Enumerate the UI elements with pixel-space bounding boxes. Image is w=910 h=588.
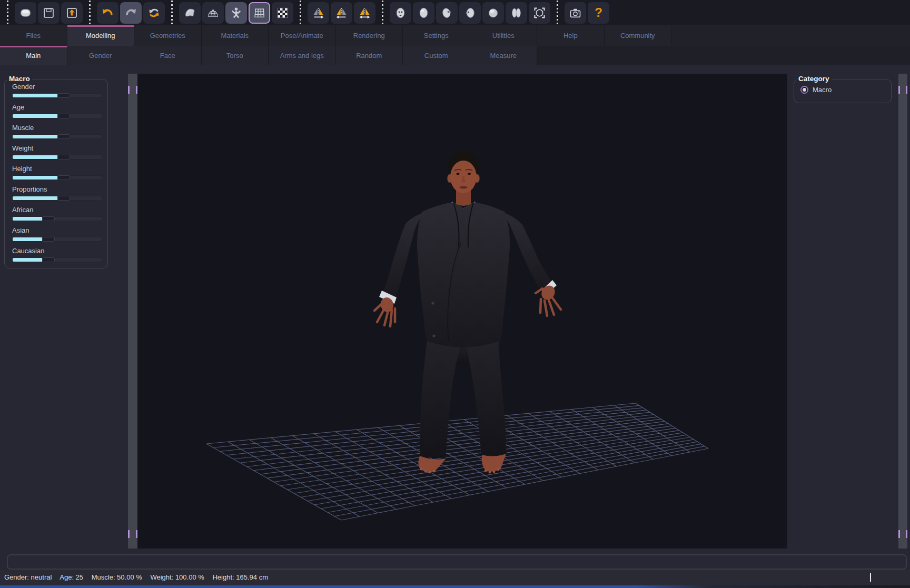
slider-row-gender: Gender	[12, 83, 102, 98]
view-focus-button[interactable]	[529, 2, 550, 24]
radio-label: Macro	[813, 86, 832, 94]
view-side-by-side-button[interactable]	[506, 2, 527, 24]
slider-fill	[13, 176, 57, 180]
grab-screenshot-button[interactable]	[565, 2, 586, 24]
proportions-slider[interactable]	[12, 196, 102, 201]
symmetry-right-button[interactable]	[308, 2, 329, 24]
subtab-arms-and-legs[interactable]: Arms and legs	[269, 46, 336, 65]
human-figure[interactable]	[374, 150, 561, 473]
redo-icon	[124, 6, 138, 20]
slider-fill	[13, 237, 42, 241]
tab-utilities[interactable]: Utilities	[470, 25, 538, 46]
new-file-icon	[18, 6, 33, 20]
undo-button[interactable]	[97, 2, 118, 24]
status-bar: Gender: neutral Age: 25 Muscle: 50.00 % …	[0, 570, 910, 585]
toolbar-separator	[557, 1, 558, 25]
tab-files[interactable]: Files	[0, 25, 67, 46]
subtab-face[interactable]: Face	[134, 46, 202, 65]
subtab-gender[interactable]: Gender	[67, 46, 135, 65]
slider-fill	[13, 94, 57, 97]
gender-slider[interactable]	[12, 93, 102, 98]
slider-handle[interactable]	[42, 257, 55, 262]
symmetry-left-button[interactable]	[331, 2, 352, 24]
toolbar-separator	[300, 1, 301, 25]
redo-button[interactable]	[120, 2, 142, 24]
subtab-random[interactable]: Random	[336, 46, 403, 65]
muscle-slider[interactable]	[12, 134, 102, 139]
view-back-button[interactable]	[413, 2, 434, 24]
slider-fill	[13, 114, 57, 118]
subtab-measure[interactable]: Measure	[470, 46, 538, 65]
grid-button[interactable]	[249, 2, 270, 24]
main-tab-bar: Files Modelling Geometries Materials Pos…	[0, 25, 910, 46]
caucasian-slider[interactable]	[12, 257, 102, 262]
new-button[interactable]	[15, 2, 36, 24]
background-button[interactable]	[272, 2, 293, 24]
undo-icon	[101, 6, 115, 20]
age-slider[interactable]	[12, 114, 102, 118]
right-panel-splitter[interactable]	[898, 74, 907, 549]
slider-handle[interactable]	[42, 216, 55, 221]
load-button[interactable]	[61, 2, 83, 24]
view-front-button[interactable]	[390, 2, 411, 24]
view-left-button[interactable]	[459, 2, 481, 24]
splitter-grip	[128, 530, 137, 538]
reload-button[interactable]	[143, 2, 165, 24]
slider-handle[interactable]	[57, 155, 70, 160]
load-icon	[65, 6, 79, 20]
tab-modelling[interactable]: Modelling	[67, 25, 135, 46]
radio-button-selected[interactable]	[800, 86, 808, 94]
view-right-button[interactable]	[436, 2, 458, 24]
tab-materials[interactable]: Materials	[202, 25, 269, 46]
slider-handle[interactable]	[57, 134, 70, 139]
asian-slider[interactable]	[12, 237, 102, 242]
splitter-grip	[128, 86, 137, 94]
slider-row-caucasian: Caucasian	[12, 247, 102, 262]
camera-icon	[568, 6, 582, 20]
tab-bar-filler	[671, 25, 910, 46]
slider-handle[interactable]	[57, 93, 70, 98]
toolbar-separator	[382, 1, 383, 25]
slider-fill	[13, 258, 42, 262]
height-slider[interactable]	[12, 175, 102, 180]
subtab-custom[interactable]: Custom	[403, 46, 470, 65]
slider-handle[interactable]	[42, 237, 55, 242]
tab-pose-animate[interactable]: Pose/Animate	[269, 25, 336, 46]
checkerboard-icon	[275, 6, 290, 20]
smooth-surface-icon	[183, 6, 197, 20]
slider-row-asian: Asian	[12, 226, 102, 242]
category-panel: Category Macro	[794, 79, 892, 103]
reload-icon	[147, 6, 161, 20]
slider-handle[interactable]	[57, 196, 70, 201]
help-button[interactable]: ?	[588, 2, 609, 24]
radio-dot	[803, 88, 806, 92]
slider-handle[interactable]	[57, 114, 70, 118]
tab-community[interactable]: Community	[605, 25, 672, 46]
tab-geometries[interactable]: Geometries	[134, 25, 202, 46]
slider-fill	[13, 135, 57, 138]
3d-viewport[interactable]	[137, 74, 787, 549]
subtab-main[interactable]: Main	[0, 46, 67, 65]
tab-help[interactable]: Help	[537, 25, 605, 46]
tab-rendering[interactable]: Rendering	[336, 25, 403, 46]
symmetry-both-button[interactable]	[354, 2, 375, 24]
left-panel-splitter[interactable]	[128, 74, 137, 549]
toolbar-separator	[89, 1, 91, 25]
tab-settings[interactable]: Settings	[403, 25, 470, 46]
smooth-surface-button[interactable]	[179, 2, 201, 24]
sub-tab-bar: Main Gender Face Torso Arms and legs Ran…	[0, 46, 910, 65]
slider-label-age: Age	[12, 103, 102, 111]
head-back-icon	[417, 6, 431, 20]
skeleton-button[interactable]	[225, 2, 247, 24]
skeleton-figure-icon	[229, 6, 243, 20]
slider-handle[interactable]	[57, 175, 70, 180]
category-option-macro[interactable]: Macro	[800, 86, 832, 94]
save-button[interactable]	[38, 2, 60, 24]
slider-label-gender: Gender	[12, 83, 102, 91]
african-slider[interactable]	[12, 216, 102, 221]
weight-slider[interactable]	[12, 155, 102, 160]
view-top-button[interactable]	[482, 2, 504, 24]
slider-row-weight: Weight	[12, 144, 102, 160]
wireframe-button[interactable]	[202, 2, 224, 24]
subtab-torso[interactable]: Torso	[202, 46, 269, 65]
